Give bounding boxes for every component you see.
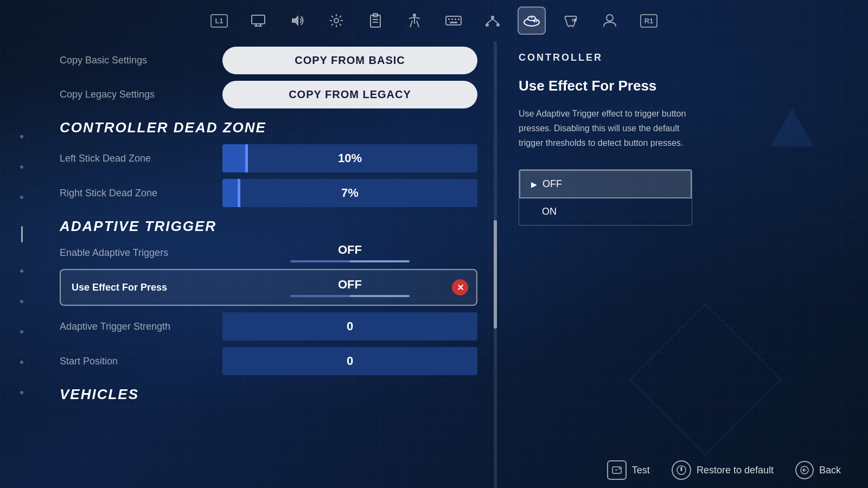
svg-rect-16 [450, 22, 457, 23]
L1-nav-icon[interactable]: L1 [205, 7, 233, 35]
use-effect-press-row[interactable]: Use Effect For Press OFF ✕ [60, 269, 477, 306]
start-position-slider[interactable]: 0 [222, 347, 477, 375]
use-effect-toggle[interactable]: OFF [234, 278, 465, 297]
svg-point-5 [334, 18, 339, 23]
svg-point-28 [572, 19, 575, 21]
option-off[interactable]: ▶ OFF [519, 170, 692, 198]
svg-marker-4 [292, 15, 298, 26]
top-navigation: L1 [0, 0, 868, 41]
restore-label: Restore to default [697, 465, 774, 476]
svg-point-18 [486, 23, 489, 27]
restore-default-button[interactable]: Restore to default [672, 460, 774, 480]
svg-line-20 [487, 19, 493, 23]
accessibility-nav-icon[interactable] [400, 7, 429, 35]
copy-basic-label: Copy Basic Settings [60, 55, 222, 66]
copy-section: Copy Basic Settings COPY FROM BASIC Copy… [60, 47, 477, 108]
option-off-label: OFF [542, 178, 562, 190]
adaptive-trigger-header: ADAPTIVE TRIGGER [60, 218, 477, 235]
settings-nav-icon[interactable] [322, 7, 350, 35]
copy-legacy-row: Copy Legacy Settings COPY FROM LEGACY [60, 81, 477, 108]
svg-point-25 [533, 20, 535, 22]
svg-point-24 [528, 16, 535, 21]
vehicles-section: VEHICLES [60, 386, 477, 403]
option-on-label: ON [530, 206, 557, 217]
main-content: Copy Basic Settings COPY FROM BASIC Copy… [0, 41, 868, 488]
keyboard-nav-icon[interactable] [439, 7, 468, 35]
options-dropdown: ▶ OFF ON [519, 169, 692, 226]
svg-rect-27 [531, 17, 533, 18]
svg-point-30 [607, 15, 613, 21]
info-description: Use Adaptive Trigger effect to trigger b… [519, 106, 692, 151]
test-button[interactable]: Test [607, 460, 650, 480]
audio-nav-icon[interactable] [283, 7, 311, 35]
left-stick-label: Left Stick Dead Zone [60, 153, 222, 164]
scroll-indicator[interactable] [494, 41, 497, 488]
copy-from-legacy-button[interactable]: COPY FROM LEGACY [222, 81, 477, 108]
close-button[interactable]: ✕ [452, 279, 468, 296]
right-info-panel: CONTROLLER Use Effect For Press Use Adap… [497, 41, 714, 488]
network-nav-icon[interactable] [478, 7, 507, 35]
svg-rect-35 [680, 467, 682, 471]
dot-7 [20, 361, 23, 364]
dot-4 [20, 269, 23, 273]
svg-point-10 [413, 14, 416, 17]
svg-point-26 [536, 21, 538, 22]
controller-label: CONTROLLER [519, 52, 692, 63]
left-stick-value: 10% [231, 151, 469, 165]
dead-zone-section: CONTROLLER DEAD ZONE Left Stick Dead Zon… [60, 119, 477, 207]
test-label: Test [632, 465, 650, 476]
enable-adaptive-row: Enable Adaptive Triggers OFF [60, 243, 477, 262]
svg-point-32 [618, 468, 620, 470]
dot-6 [20, 330, 23, 333]
svg-rect-15 [458, 18, 459, 20]
left-stick-slider[interactable]: 10% [222, 144, 477, 172]
dot-8 [20, 391, 23, 394]
vehicles-header: VEHICLES [60, 386, 477, 403]
trigger-strength-row: Adaptive Trigger Strength 0 [60, 312, 477, 341]
svg-rect-0 [252, 15, 265, 24]
trigger-strength-slider[interactable]: 0 [222, 312, 477, 341]
svg-rect-14 [455, 18, 456, 20]
bottom-action-bar: Test Restore to default Back [0, 452, 868, 488]
gamepad-nav-icon[interactable] [557, 7, 585, 35]
start-position-value: 0 [231, 354, 469, 368]
back-label: Back [819, 465, 841, 476]
start-position-label: Start Position [60, 356, 222, 367]
enable-adaptive-label: Enable Adaptive Triggers [60, 247, 222, 259]
use-effect-label: Use Effect For Press [72, 282, 234, 293]
right-stick-slider[interactable]: 7% [222, 179, 477, 207]
test-icon [607, 460, 627, 480]
use-effect-value: OFF [338, 278, 362, 292]
dot-2 [20, 165, 23, 169]
settings-panel: Copy Basic Settings COPY FROM BASIC Copy… [43, 41, 494, 488]
copy-legacy-label: Copy Legacy Settings [60, 89, 222, 100]
clipboard-nav-icon[interactable] [361, 7, 390, 35]
dead-zone-header: CONTROLLER DEAD ZONE [60, 119, 477, 136]
active-indicator [21, 226, 23, 242]
enable-adaptive-track [290, 260, 410, 262]
restore-icon [672, 460, 691, 480]
profile-nav-icon[interactable] [596, 7, 624, 35]
selected-arrow: ▶ [531, 180, 537, 189]
enable-adaptive-toggle[interactable]: OFF [222, 243, 477, 262]
trigger-strength-value: 0 [231, 319, 469, 333]
svg-rect-12 [448, 18, 450, 20]
trigger-strength-label: Adaptive Trigger Strength [60, 321, 222, 332]
copy-from-basic-button[interactable]: COPY FROM BASIC [222, 47, 477, 74]
enable-adaptive-value: OFF [338, 243, 362, 257]
option-on[interactable]: ON [519, 198, 692, 225]
right-stick-dead-zone-row: Right Stick Dead Zone 7% [60, 179, 477, 207]
R1-nav-icon[interactable]: R1 [635, 7, 663, 35]
left-decoration [0, 41, 43, 488]
info-title: Use Effect For Press [519, 77, 692, 95]
dot-1 [20, 135, 23, 138]
monitor-nav-icon[interactable] [244, 7, 272, 35]
use-effect-track [290, 295, 410, 297]
back-circle-icon [795, 461, 814, 479]
svg-line-21 [493, 19, 498, 23]
controller-nav-icon[interactable] [518, 7, 546, 35]
svg-point-17 [491, 16, 494, 19]
svg-rect-33 [615, 470, 617, 471]
back-button[interactable]: Back [795, 461, 841, 479]
svg-rect-13 [451, 18, 453, 20]
